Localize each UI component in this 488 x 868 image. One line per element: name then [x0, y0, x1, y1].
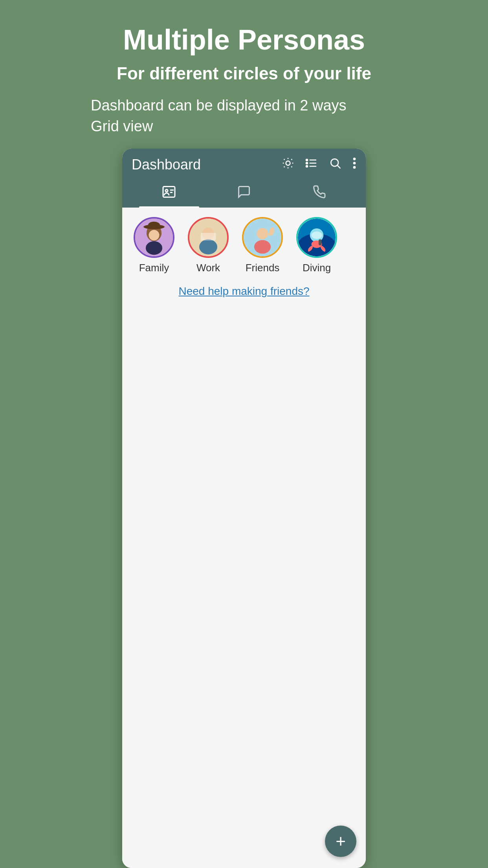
app-header: Dashboard — [122, 149, 366, 208]
tab-messages[interactable] — [207, 179, 282, 208]
family-label: Family — [139, 262, 169, 274]
more-icon[interactable] — [352, 157, 356, 173]
tab-contacts[interactable] — [132, 179, 207, 208]
svg-line-16 — [338, 166, 340, 168]
diving-avatar — [296, 217, 337, 258]
svg-line-7 — [284, 167, 285, 167]
page-subtitle: For different circles of your life — [117, 64, 371, 83]
persona-diving[interactable]: Diving — [291, 217, 342, 274]
svg-point-29 — [149, 230, 160, 241]
work-avatar — [188, 217, 229, 258]
svg-point-15 — [331, 159, 338, 167]
svg-point-28 — [148, 222, 160, 229]
app-header-title: Dashboard — [132, 156, 201, 173]
svg-point-0 — [286, 161, 290, 166]
lightbulb-icon[interactable] — [282, 157, 294, 173]
svg-point-14 — [306, 166, 308, 167]
family-avatar — [134, 217, 174, 258]
svg-point-37 — [254, 240, 271, 254]
messages-tab-icon — [237, 185, 251, 202]
svg-point-17 — [353, 158, 356, 160]
tab-bar — [132, 179, 356, 208]
page-title: Multiple Personas — [123, 24, 365, 56]
svg-point-18 — [353, 162, 356, 165]
personas-row: Family Work — [128, 217, 360, 274]
svg-rect-34 — [201, 233, 216, 241]
svg-line-4 — [291, 167, 292, 167]
calls-tab-icon — [312, 185, 326, 202]
app-header-top: Dashboard — [132, 156, 356, 173]
friends-avatar — [242, 217, 283, 258]
contacts-tab-icon — [162, 185, 176, 202]
persona-family[interactable]: Family — [128, 217, 180, 274]
svg-rect-43 — [319, 239, 322, 245]
friends-label: Friends — [246, 262, 280, 274]
svg-line-8 — [291, 159, 292, 160]
svg-rect-20 — [163, 187, 175, 197]
header-icons-group — [282, 157, 356, 173]
work-label: Work — [196, 262, 220, 274]
diving-label: Diving — [303, 262, 331, 274]
page-description: Dashboard can be displayed in 2 waysGrid… — [91, 95, 397, 137]
svg-point-33 — [199, 239, 217, 254]
svg-point-12 — [306, 159, 308, 161]
search-icon[interactable] — [329, 157, 341, 173]
svg-point-13 — [306, 162, 308, 164]
app-content: Family Work — [122, 208, 366, 868]
help-link[interactable]: Need help making friends? — [128, 285, 360, 298]
fab-add-button[interactable]: + — [325, 826, 356, 857]
svg-point-41 — [312, 232, 322, 239]
svg-point-19 — [353, 166, 356, 169]
persona-friends[interactable]: Friends — [237, 217, 288, 274]
svg-point-21 — [165, 189, 168, 192]
svg-point-36 — [257, 228, 268, 239]
svg-line-3 — [284, 159, 285, 160]
persona-work[interactable]: Work — [183, 217, 234, 274]
tab-calls[interactable] — [281, 179, 356, 208]
svg-point-30 — [146, 241, 162, 255]
list-icon[interactable] — [305, 157, 318, 173]
phone-frame: Dashboard — [122, 149, 366, 868]
